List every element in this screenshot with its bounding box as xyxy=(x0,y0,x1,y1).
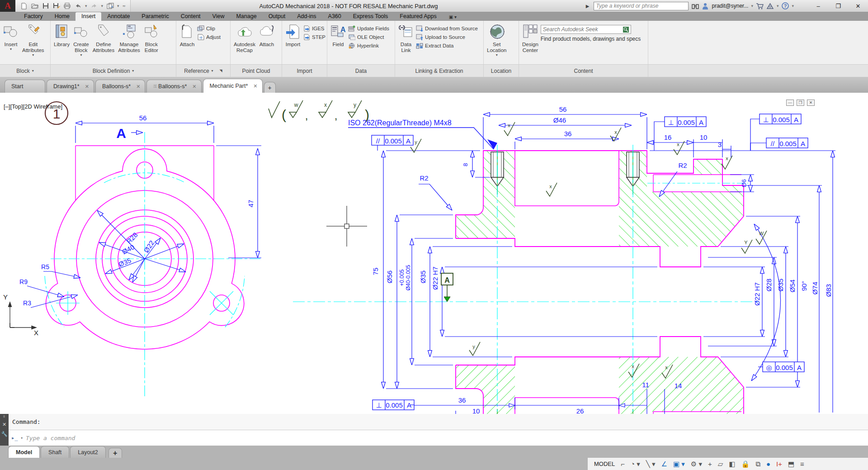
set-location-button[interactable]: Set Location▾ xyxy=(486,23,508,63)
edit-attributes-button[interactable]: Edit Attributes▾ xyxy=(21,23,46,63)
command-wrench-icon[interactable]: 🔧 xyxy=(1,431,8,437)
undo-dropdown[interactable]: ▾ xyxy=(85,4,87,8)
osnap-icon[interactable]: ▣ ▾ xyxy=(673,460,685,468)
panel-title-point-cloud[interactable]: Point Cloud xyxy=(231,65,282,77)
cart-icon[interactable] xyxy=(756,3,764,9)
print-icon[interactable] xyxy=(63,3,71,9)
panel-title-data[interactable]: Data xyxy=(327,65,395,77)
redo-icon[interactable] xyxy=(90,3,98,9)
library-button[interactable]: Library xyxy=(52,23,71,63)
tab-parametric[interactable]: Parametric xyxy=(136,12,175,21)
tab-addins[interactable]: Add-ins xyxy=(291,12,322,21)
save-icon[interactable] xyxy=(42,3,49,9)
import-button[interactable]: Import xyxy=(284,23,302,63)
polar-icon[interactable]: ∠ xyxy=(661,460,667,468)
signed-in-user[interactable]: pradit@syner... xyxy=(712,3,749,9)
hyperlink-button[interactable]: Hyperlink xyxy=(348,43,389,49)
autocad-logo-icon[interactable]: A xyxy=(0,0,15,12)
command-input[interactable]: ▸_ ▾ Type a command xyxy=(9,430,868,446)
tab-output[interactable]: Output xyxy=(263,12,292,21)
gear-icon[interactable]: ⚙ ▾ xyxy=(691,460,702,468)
tab-content[interactable]: Content xyxy=(175,12,207,21)
tab-annotate[interactable]: Annotate xyxy=(101,12,136,21)
adjust-button[interactable]: Adjust xyxy=(197,34,221,40)
layout-tab-model[interactable]: Model xyxy=(8,446,40,458)
panel-title-block-definition[interactable]: Block Definition▾ xyxy=(51,65,176,77)
export-icon[interactable]: ⬒ xyxy=(788,460,794,468)
a360-dropdown[interactable]: ▾ xyxy=(777,4,779,8)
data-link-button[interactable]: Data Link xyxy=(397,23,415,63)
layout-tab-shaft[interactable]: Shaft xyxy=(41,446,69,458)
qat-customize[interactable]: ≂ xyxy=(123,4,126,8)
command-close-icon[interactable]: ✕ xyxy=(2,422,6,427)
doc-tab-start[interactable]: Start xyxy=(5,80,45,93)
snap-icon[interactable]: ◔ ▾ xyxy=(631,460,640,468)
pointcloud-attach-button[interactable]: Attach xyxy=(258,23,276,63)
upload-to-source-button[interactable]: Upload to Source xyxy=(416,34,478,40)
seek-search-input[interactable]: Search Autodesk Seek xyxy=(541,25,631,34)
extract-data-button[interactable]: Extract Data xyxy=(416,43,478,49)
plot-dropdown[interactable]: ▾ xyxy=(117,4,119,8)
close-tab-icon[interactable]: ✕ xyxy=(248,83,257,89)
ribbon-collapse-icon[interactable]: ▣ ▾ xyxy=(449,14,457,21)
define-attributes-button[interactable]: Define Attributes xyxy=(91,23,116,63)
workspace-icon[interactable]: ◧ xyxy=(729,460,735,468)
design-center-button[interactable]: Design Center xyxy=(521,23,540,63)
doc-tab-balloons-2[interactable]: ⚿Balloons-s*✕ xyxy=(146,80,201,93)
panel-title-import[interactable]: Import xyxy=(282,65,327,77)
ole-object-button[interactable]: OLE Object xyxy=(348,34,389,40)
clip-button[interactable]: Clip xyxy=(197,25,221,32)
grid-icon[interactable]: ⌐ xyxy=(621,460,625,468)
autodesk-recap-button[interactable]: Autodesk ReCap xyxy=(232,23,257,63)
lock-ui-icon[interactable]: 🔒 xyxy=(741,460,750,468)
a360-icon[interactable] xyxy=(766,3,774,9)
tab-insert[interactable]: Insert xyxy=(75,12,101,21)
panel-title-block[interactable]: Block▾ xyxy=(0,65,51,77)
doc-tab-drawing1[interactable]: Drawing1*✕ xyxy=(47,80,94,93)
doc-tab-balloons-1[interactable]: Balloons-s*✕ xyxy=(95,80,145,93)
iges-button[interactable]: IGES xyxy=(303,25,326,32)
doc-close-icon[interactable]: ✕ xyxy=(807,100,815,106)
block-editor-button[interactable]: Block Editor xyxy=(142,23,160,63)
tab-manage[interactable]: Manage xyxy=(230,12,262,21)
undo-icon[interactable] xyxy=(74,3,82,9)
new-file-icon[interactable] xyxy=(20,3,28,9)
create-block-button[interactable]: Create Block▾ xyxy=(72,23,90,63)
panel-title-location[interactable]: Location xyxy=(484,65,519,77)
new-tab-button[interactable]: + xyxy=(264,82,276,93)
new-layout-button[interactable]: + xyxy=(108,448,122,458)
menu-icon[interactable]: ≡ xyxy=(800,460,804,468)
panel-title-reference[interactable]: Reference▾◥ xyxy=(176,65,231,77)
attach-button[interactable]: Attach xyxy=(178,23,196,63)
insert-button[interactable]: Insert▾ xyxy=(2,23,20,63)
manage-attributes-button[interactable]: Manage Attributes xyxy=(117,23,142,63)
doc-minimize-icon[interactable]: — xyxy=(786,100,794,106)
lineweight-icon[interactable]: ▱ xyxy=(718,460,723,468)
help-dropdown[interactable]: ▾ xyxy=(792,4,794,8)
viewport-controls[interactable]: [–][Top][2D Wireframe] xyxy=(4,103,62,110)
panel-title-linking[interactable]: Linking & Extraction xyxy=(395,65,484,77)
doc-restore-icon[interactable]: ❐ xyxy=(797,100,804,106)
open-file-icon[interactable] xyxy=(31,3,38,9)
panel-title-content[interactable]: Content xyxy=(519,65,648,77)
tab-home[interactable]: Home xyxy=(49,12,75,21)
redo-dropdown[interactable]: ▾ xyxy=(101,4,104,8)
close-tab-icon[interactable]: ✕ xyxy=(131,84,140,90)
field-button[interactable]: A Field xyxy=(329,23,347,63)
layout-tab-layout2[interactable]: Layout2 xyxy=(70,446,105,458)
tab-express-tools[interactable]: Express Tools xyxy=(347,12,394,21)
close-tab-icon[interactable]: ✕ xyxy=(187,84,196,90)
graphics-icon[interactable]: ● xyxy=(766,460,770,468)
restore-button[interactable]: ❐ xyxy=(828,0,848,12)
model-space-button[interactable]: MODEL xyxy=(594,461,615,467)
step-button[interactable]: STEP xyxy=(303,34,326,40)
close-tab-icon[interactable]: ✕ xyxy=(80,84,89,90)
doc-tab-mechanic-part[interactable]: Mechanic Part*✕ xyxy=(203,79,263,93)
dynamic-input-icon[interactable]: + xyxy=(708,460,712,468)
drawing-canvas[interactable]: [–][Top][2D Wireframe] — ❐ ✕ xyxy=(0,93,868,414)
tab-view[interactable]: View xyxy=(207,12,231,21)
tab-a360[interactable]: A360 xyxy=(322,12,347,21)
plot-icon[interactable] xyxy=(106,3,114,9)
tab-factory[interactable]: Factory xyxy=(18,12,49,21)
ortho-icon[interactable]: ╲ ▾ xyxy=(646,460,656,468)
